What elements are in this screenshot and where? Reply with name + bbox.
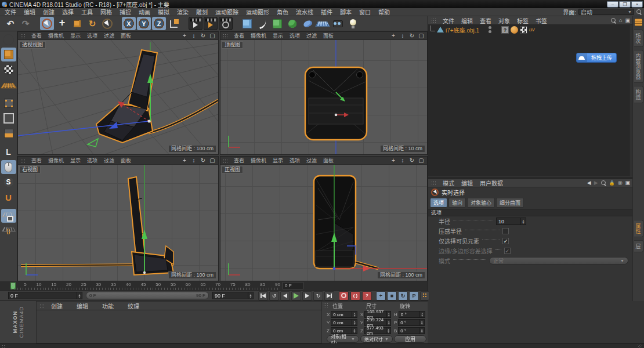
uvw-tag-icon[interactable]	[520, 26, 527, 34]
lock-z-icon[interactable]: Z	[152, 17, 166, 30]
vp-menu-item[interactable]: 显示	[70, 32, 81, 39]
drag-handle-icon[interactable]	[39, 303, 44, 308]
drag-handle-icon[interactable]	[20, 34, 25, 38]
viewport-right[interactable]: 查看摄像机显示选项过滤面板 + ↕ ↻ ▢ 右视图	[17, 156, 219, 281]
make-editable-icon[interactable]	[1, 32, 16, 46]
menu-item[interactable]: 窗口	[359, 8, 371, 16]
dock-tab[interactable]: 场次	[634, 30, 643, 47]
tolerant-selection-checkbox[interactable]: ✓	[504, 248, 511, 254]
vp-menu-item[interactable]: 显示	[273, 32, 283, 39]
vp-menu-item[interactable]: 过滤	[306, 157, 317, 164]
maximize-view-icon[interactable]: ▢	[418, 32, 425, 39]
model-top[interactable]	[305, 67, 367, 140]
record-parameter-toggle[interactable]: P	[409, 291, 419, 300]
drag-handle-icon[interactable]	[431, 180, 436, 185]
add-primitive-icon[interactable]	[240, 17, 254, 30]
vp-menu-item[interactable]: 摄像机	[48, 157, 64, 164]
drag-handle-icon[interactable]	[20, 158, 25, 163]
pressure-radius-checkbox[interactable]	[502, 228, 509, 234]
viewport-front[interactable]: 查看摄像机显示选项过滤面板 + ↕ ↻ ▢ 正视图	[220, 156, 428, 281]
mat-menu-item[interactable]: 编辑	[77, 302, 88, 310]
next-frame-button[interactable]	[302, 291, 312, 300]
restore-button[interactable]: ❐	[619, 1, 631, 8]
vp-menu-item[interactable]: 过滤	[306, 32, 317, 39]
object-manager-tab-icon[interactable]	[635, 19, 642, 26]
radius-field[interactable]: 10 ▲▼	[496, 217, 526, 225]
add-deformer-icon[interactable]	[285, 17, 299, 30]
vp-menu-item[interactable]: 查看	[31, 32, 42, 39]
record-rotation-toggle[interactable]: ↻	[398, 291, 408, 300]
pan-view-icon[interactable]: +	[181, 32, 188, 39]
drag-handle-icon[interactable]	[431, 18, 436, 23]
goto-end-button[interactable]	[324, 291, 334, 300]
rotate-view-icon[interactable]: ↻	[200, 32, 207, 39]
pan-view-icon[interactable]: +	[181, 157, 188, 164]
object-name[interactable]: i7+底座.obj.1	[446, 26, 479, 34]
current-frame-box[interactable]: 0 F	[283, 282, 303, 289]
am-menu-item[interactable]: 用户数据	[480, 179, 503, 187]
render-settings-icon[interactable]	[219, 17, 233, 30]
lock-y-icon[interactable]: Y	[137, 17, 151, 30]
record-pla-toggle[interactable]	[420, 291, 429, 300]
dolly-view-icon[interactable]: ↕	[190, 157, 197, 164]
om-menu-item[interactable]: 编辑	[461, 16, 473, 25]
rotate-view-icon[interactable]: ↻	[408, 32, 415, 39]
menu-item[interactable]: 插件	[321, 8, 332, 16]
menu-item[interactable]: 工具	[81, 8, 93, 16]
previous-frame-button[interactable]	[280, 291, 290, 300]
menu-item[interactable]: 角色	[277, 8, 288, 16]
vp-menu-item[interactable]: 选项	[87, 157, 97, 164]
menu-item[interactable]: 文件	[5, 8, 16, 16]
material-tag-icon[interactable]	[511, 26, 518, 34]
position-z-field[interactable]: 0 cm▲▼	[331, 327, 357, 334]
add-generator-icon[interactable]	[270, 17, 284, 30]
vp-menu-item[interactable]: 选项	[290, 32, 300, 39]
om-menu-item[interactable]: 标签	[517, 16, 529, 25]
autokey-button[interactable]: ( )	[350, 291, 360, 300]
menu-item[interactable]: 雕刻	[196, 8, 208, 16]
frame-range-slider[interactable]: 0 F 90 F	[86, 292, 209, 299]
vp-menu-item[interactable]: 面板	[323, 157, 334, 164]
live-selection-icon[interactable]	[40, 17, 54, 30]
play-reverse-button[interactable]: ↺	[269, 291, 279, 300]
vp-menu-item[interactable]: 面板	[121, 32, 131, 39]
scale-icon[interactable]	[70, 17, 84, 30]
undo-icon[interactable]	[3, 17, 17, 30]
viewport-top[interactable]: 查看摄像机显示选项过滤面板 + ↕ ↻ ▢ 顶视图	[220, 31, 428, 155]
dolly-view-icon[interactable]: ↕	[399, 32, 406, 39]
menu-item[interactable]: 选择	[62, 8, 74, 16]
vp-menu-item[interactable]: 查看	[234, 32, 244, 39]
menu-item[interactable]: 运动跟踪	[215, 8, 238, 16]
mat-menu-item[interactable]: 功能	[102, 302, 114, 310]
play-button[interactable]	[291, 291, 301, 300]
rotation-b-field[interactable]: 0 °▲▼	[398, 327, 425, 334]
menu-item[interactable]: 模拟	[158, 8, 169, 16]
apply-button[interactable]: 应用	[394, 335, 426, 343]
redo-icon[interactable]	[19, 17, 32, 30]
vp-menu-item[interactable]: 摄像机	[48, 32, 64, 39]
spinner-icon[interactable]: ▲▼	[520, 218, 526, 224]
rotate-icon[interactable]	[85, 17, 99, 30]
enable-axis-icon[interactable]: L	[1, 145, 16, 159]
menu-item[interactable]: 运动图形	[246, 8, 269, 16]
pan-view-icon[interactable]: +	[390, 157, 397, 164]
add-spline-icon[interactable]	[255, 17, 269, 30]
menu-item[interactable]: 帮助	[378, 8, 390, 16]
workplane-mode-icon[interactable]	[1, 78, 16, 92]
menu-item[interactable]: 捕捉	[120, 8, 131, 16]
close-button[interactable]: ×	[631, 1, 643, 8]
position-y-field[interactable]: 0 cm▲▼	[331, 319, 357, 326]
dock-tab[interactable]: 内容浏览器	[634, 50, 643, 83]
model-stand-side[interactable]	[128, 177, 173, 275]
minimize-button[interactable]: –	[607, 1, 618, 8]
focus-icon[interactable]: ◎	[618, 180, 623, 186]
edges-mode-icon[interactable]	[1, 111, 16, 125]
om-menu-item[interactable]: 对象	[498, 16, 510, 25]
history-back-icon[interactable]: ◀	[587, 180, 591, 186]
rotate-view-icon[interactable]: ↻	[408, 157, 415, 164]
lock-workplane-icon[interactable]	[1, 209, 16, 223]
menu-item[interactable]: 脚本	[340, 8, 352, 16]
drag-upload-button[interactable]: 拖拽上传	[576, 53, 617, 63]
am-tab[interactable]: 轴向	[448, 198, 466, 208]
vp-menu-item[interactable]: 摄像机	[251, 32, 266, 39]
